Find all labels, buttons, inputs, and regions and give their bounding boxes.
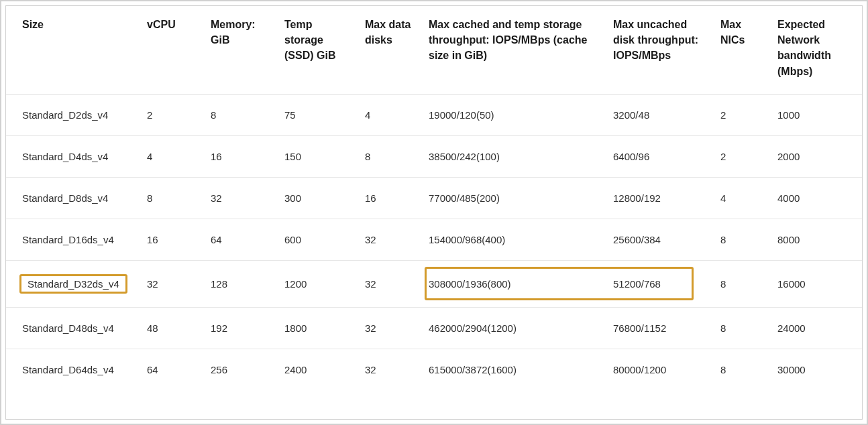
cell-bandwidth: 30000 — [771, 349, 862, 390]
cell-mdisks: 16 — [358, 177, 422, 219]
cell-bandwidth: 8000 — [771, 219, 862, 260]
cell-size: Standard_D16ds_v4 — [6, 219, 140, 260]
cell-uncached: 51200/768 — [606, 260, 714, 307]
cell-temp: 600 — [278, 219, 358, 260]
table-row: Standard_D2ds_v42875419000/120(50)3200/4… — [6, 94, 862, 135]
table-body: Standard_D2ds_v42875419000/120(50)3200/4… — [6, 94, 862, 390]
cell-memory: 256 — [204, 349, 278, 390]
cell-temp: 150 — [278, 135, 358, 177]
cell-vcpu: 4 — [140, 135, 204, 177]
cell-memory: 8 — [204, 94, 278, 135]
col-header-uncached: Max uncached disk throughput: IOPS/MBps — [606, 6, 714, 94]
cell-nics: 8 — [714, 349, 771, 390]
cell-cached: 19000/120(50) — [422, 94, 606, 135]
cell-memory: 16 — [204, 135, 278, 177]
cell-nics: 2 — [714, 135, 771, 177]
table-row: Standard_D32ds_v432128120032308000/1936(… — [6, 260, 862, 307]
cell-bandwidth: 24000 — [771, 307, 862, 349]
cell-uncached: 80000/1200 — [606, 349, 714, 390]
cell-mdisks: 4 — [358, 94, 422, 135]
cell-uncached: 76800/1152 — [606, 307, 714, 349]
col-header-memory: Memory: GiB — [204, 6, 278, 94]
table-row: Standard_D4ds_v4416150838500/242(100)640… — [6, 135, 862, 177]
cell-cached: 308000/1936(800) — [422, 260, 606, 307]
cell-bandwidth: 4000 — [771, 177, 862, 219]
col-header-size: Size — [6, 6, 140, 94]
cell-memory: 192 — [204, 307, 278, 349]
cell-cached: 615000/3872(1600) — [422, 349, 606, 390]
cell-bandwidth: 2000 — [771, 135, 862, 177]
cell-nics: 8 — [714, 219, 771, 260]
cell-nics: 4 — [714, 177, 771, 219]
cell-size: Standard_D32ds_v4 — [6, 260, 140, 307]
cell-memory: 128 — [204, 260, 278, 307]
cell-size: Standard_D4ds_v4 — [6, 135, 140, 177]
cell-vcpu: 16 — [140, 219, 204, 260]
cell-cached: 77000/485(200) — [422, 177, 606, 219]
cell-bandwidth: 1000 — [771, 94, 862, 135]
cell-cached: 154000/968(400) — [422, 219, 606, 260]
cell-temp: 75 — [278, 94, 358, 135]
cell-vcpu: 48 — [140, 307, 204, 349]
cell-vcpu: 64 — [140, 349, 204, 390]
table-row: Standard_D16ds_v4166460032154000/968(400… — [6, 219, 862, 260]
cell-vcpu: 2 — [140, 94, 204, 135]
cell-mdisks: 32 — [358, 219, 422, 260]
cell-uncached: 25600/384 — [606, 219, 714, 260]
cell-mdisks: 32 — [358, 307, 422, 349]
col-header-cached: Max cached and temp storage throughput: … — [422, 6, 606, 94]
cell-bandwidth: 16000 — [771, 260, 862, 307]
cell-uncached: 6400/96 — [606, 135, 714, 177]
cell-nics: 8 — [714, 260, 771, 307]
cell-size: Standard_D64ds_v4 — [6, 349, 140, 390]
col-header-vcpu: vCPU — [140, 6, 204, 94]
cell-size: Standard_D48ds_v4 — [6, 307, 140, 349]
col-header-bandwidth: Expected Network bandwidth (Mbps) — [771, 6, 862, 94]
cell-temp: 1200 — [278, 260, 358, 307]
cell-vcpu: 8 — [140, 177, 204, 219]
vm-sizes-table: Size vCPU Memory: GiB Temp storage (SSD)… — [6, 6, 862, 390]
col-header-nics: Max NICs — [714, 6, 771, 94]
table-container: Size vCPU Memory: GiB Temp storage (SSD)… — [5, 5, 863, 420]
highlight-box-size: Standard_D32ds_v4 — [22, 276, 125, 292]
cell-temp: 300 — [278, 177, 358, 219]
cell-mdisks: 32 — [358, 260, 422, 307]
cell-nics: 8 — [714, 307, 771, 349]
table-row: Standard_D48ds_v448192180032462000/2904(… — [6, 307, 862, 349]
screenshot-frame: Size vCPU Memory: GiB Temp storage (SSD)… — [0, 0, 868, 425]
cell-cached: 462000/2904(1200) — [422, 307, 606, 349]
table-row: Standard_D8ds_v48323001677000/485(200)12… — [6, 177, 862, 219]
cell-size: Standard_D2ds_v4 — [6, 94, 140, 135]
cell-memory: 32 — [204, 177, 278, 219]
col-header-mdisks: Max data disks — [358, 6, 422, 94]
cell-size: Standard_D8ds_v4 — [6, 177, 140, 219]
cell-mdisks: 32 — [358, 349, 422, 390]
col-header-temp: Temp storage (SSD) GiB — [278, 6, 358, 94]
cell-uncached: 12800/192 — [606, 177, 714, 219]
cell-temp: 2400 — [278, 349, 358, 390]
cell-temp: 1800 — [278, 307, 358, 349]
table-row: Standard_D64ds_v464256240032615000/3872(… — [6, 349, 862, 390]
cell-memory: 64 — [204, 219, 278, 260]
cell-uncached: 3200/48 — [606, 94, 714, 135]
cell-vcpu: 32 — [140, 260, 204, 307]
cell-mdisks: 8 — [358, 135, 422, 177]
cell-nics: 2 — [714, 94, 771, 135]
table-header-row: Size vCPU Memory: GiB Temp storage (SSD)… — [6, 6, 862, 94]
cell-cached: 38500/242(100) — [422, 135, 606, 177]
